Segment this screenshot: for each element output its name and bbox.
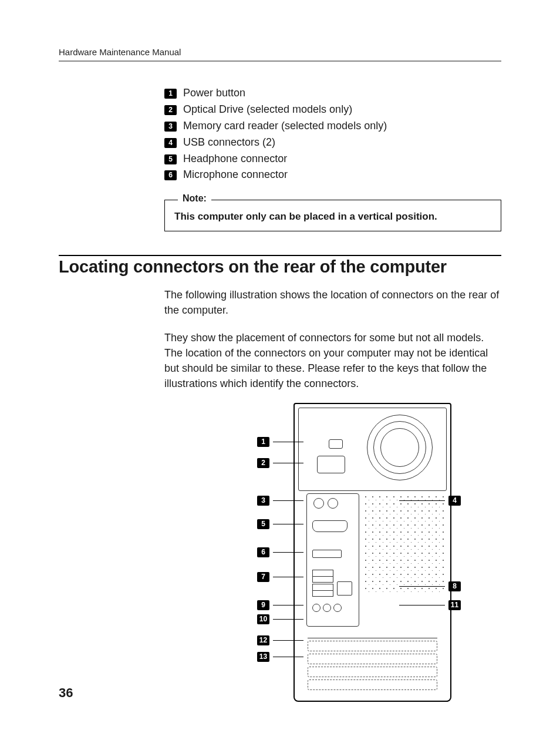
num-badge: 12: [257, 635, 269, 645]
ps2-port-icon: [328, 498, 338, 509]
section-heading: Locating connectors on the rear of the c…: [59, 257, 501, 277]
leader-line: [273, 619, 303, 620]
num-badge: 4: [448, 496, 461, 506]
header-rule: [59, 60, 501, 62]
callout: 11: [399, 600, 461, 610]
ps2-port-icon: [313, 498, 324, 509]
num-badge: 3: [164, 122, 177, 132]
num-badge: 3: [257, 496, 269, 506]
num-badge: 5: [257, 519, 269, 529]
power-inlet-icon: [317, 456, 345, 473]
pci-slot-icon: [308, 667, 437, 677]
leader-line: [273, 500, 303, 502]
list-label: Memory card reader (selected models only…: [183, 120, 387, 132]
callout: 12: [257, 635, 303, 645]
num-badge: 7: [257, 572, 269, 582]
pci-slot-icon: [308, 679, 437, 690]
callout: 10: [257, 614, 303, 624]
num-badge: 1: [164, 89, 177, 99]
manual-page: Hardware Maintenance Manual 1 Power butt…: [0, 0, 560, 730]
callout: 7: [257, 572, 303, 582]
chassis-outline: [294, 403, 451, 702]
callout: 8: [399, 581, 461, 591]
usb-ports-icon: [312, 570, 333, 583]
leader-line: [273, 657, 303, 658]
list-item: 4 USB connectors (2): [164, 134, 501, 151]
note-label: Note:: [178, 193, 211, 204]
leader-line: [399, 605, 445, 606]
callout: 6: [257, 547, 303, 557]
pci-slot-icon: [308, 654, 437, 664]
running-header: Hardware Maintenance Manual: [59, 47, 501, 57]
leader-line: [399, 500, 445, 502]
audio-jack-icon: [312, 604, 321, 612]
num-badge: 9: [257, 600, 269, 610]
callout: 9: [257, 600, 303, 610]
list-label: Optical Drive (selected models only): [183, 103, 352, 115]
list-label: Microphone connector: [183, 169, 288, 180]
rear-connectors-figure: 1 2 3 5 6 7 9 10 12 13 4 8 11: [223, 403, 470, 702]
front-connectors-list: 1 Power button 2 Optical Drive (selected…: [164, 85, 501, 183]
callout: 3: [257, 496, 303, 506]
section-paragraph: They show the placement of connectors fo…: [164, 330, 501, 391]
expansion-slots: [308, 638, 437, 689]
num-badge: 2: [164, 105, 177, 115]
leader-line: [273, 605, 303, 606]
leader-line: [273, 577, 303, 578]
vga-port-icon: [312, 520, 348, 532]
num-badge: 13: [257, 652, 269, 662]
list-label: Headphone connector: [183, 153, 287, 164]
leader-line: [273, 640, 303, 641]
list-item: 1 Power button: [164, 85, 501, 102]
callout: 2: [257, 458, 303, 468]
note-text: This computer only can be placed in a ve…: [174, 211, 437, 222]
num-badge: 5: [164, 154, 177, 164]
section-paragraph: The following illustration shows the loc…: [164, 287, 501, 318]
list-item: 3 Memory card reader (selected models on…: [164, 118, 501, 134]
list-label: Power button: [183, 87, 245, 99]
pci-slot-icon: [308, 641, 437, 651]
list-item: 5 Headphone connector: [164, 151, 501, 167]
section-rule: [59, 255, 501, 256]
callout: 1: [257, 437, 303, 447]
page-number: 36: [59, 685, 73, 701]
usb-ports-icon: [312, 584, 333, 597]
vent-grill-icon: [362, 493, 444, 593]
note-box: Note: This computer only can be placed i…: [164, 200, 501, 231]
hdmi-port-icon: [312, 550, 342, 558]
audio-jack-icon: [323, 604, 331, 612]
leader-line: [273, 442, 303, 443]
callout: 4: [399, 496, 461, 506]
voltage-switch-icon: [329, 439, 343, 449]
psu-fan-icon: [367, 415, 433, 480]
leader-line: [273, 524, 303, 525]
list-item: 2 Optical Drive (selected models only): [164, 102, 501, 118]
num-badge: 2: [257, 458, 269, 468]
list-label: USB connectors (2): [183, 136, 275, 148]
leader-line: [399, 586, 445, 587]
num-badge: 4: [164, 138, 177, 148]
num-badge: 10: [257, 614, 269, 624]
num-badge: 8: [448, 581, 461, 591]
num-badge: 11: [448, 600, 461, 610]
list-item: 6 Microphone connector: [164, 167, 501, 183]
num-badge: 1: [257, 437, 269, 447]
callout: 13: [257, 652, 303, 662]
num-badge: 6: [164, 170, 177, 180]
callout: 5: [257, 519, 303, 529]
num-badge: 6: [257, 547, 269, 557]
leader-line: [273, 463, 303, 464]
audio-jack-icon: [333, 604, 342, 612]
leader-line: [273, 552, 303, 553]
ethernet-port-icon: [337, 581, 352, 596]
